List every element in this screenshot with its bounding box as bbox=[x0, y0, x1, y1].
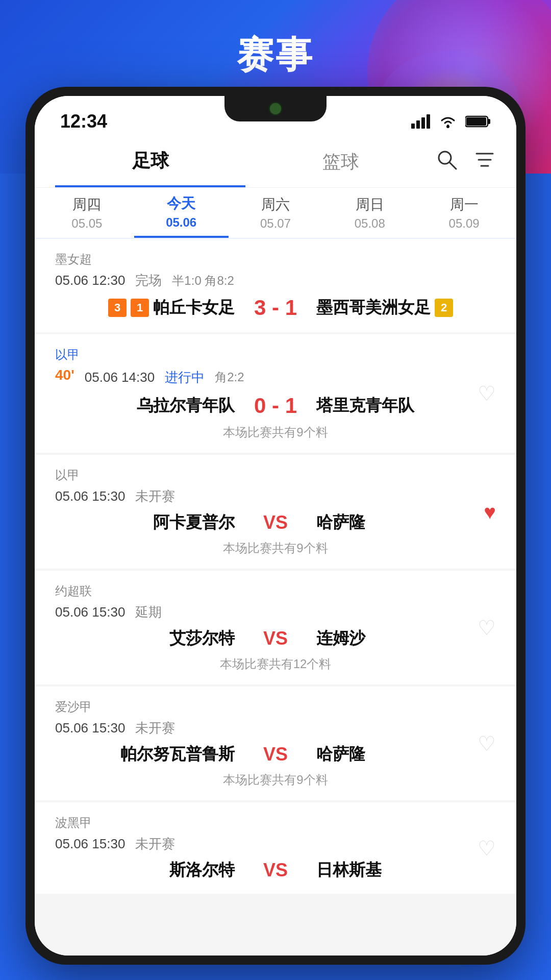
team-away: 哈萨隆 bbox=[316, 743, 496, 766]
team-home: 帕尔努瓦普鲁斯 bbox=[55, 743, 235, 766]
match-league: 以甲 bbox=[55, 467, 496, 483]
team-away: 哈萨隆 bbox=[316, 511, 496, 534]
team-home: 乌拉尔青年队 bbox=[55, 395, 235, 417]
match-teams: 帕尔努瓦普鲁斯 VS 哈萨隆 bbox=[55, 743, 496, 766]
favorite-button[interactable]: ♡ bbox=[478, 732, 496, 755]
day-tab-mon[interactable]: 周一 05.09 bbox=[417, 188, 511, 238]
day-tab-sat[interactable]: 周六 05.07 bbox=[229, 188, 323, 238]
svg-rect-0 bbox=[411, 124, 415, 129]
score-center: VS bbox=[235, 744, 316, 765]
match-card[interactable]: 以甲 05.06 15:30 未开赛 阿卡夏普尔 VS bbox=[35, 455, 516, 569]
match-card[interactable]: 爱沙甲 05.06 15:30 未开赛 帕尔努瓦普鲁斯 VS bbox=[35, 687, 516, 800]
svg-rect-7 bbox=[466, 117, 486, 126]
notch bbox=[224, 96, 327, 121]
match-teams: 艾莎尔特 VS 连姆沙 bbox=[55, 627, 496, 650]
nav-actions bbox=[436, 149, 496, 176]
favorite-button[interactable]: ♡ bbox=[478, 616, 496, 640]
match-teams: 乌拉尔青年队 0 - 1 塔里克青年队 bbox=[55, 394, 496, 418]
nav-tabs: 足球 篮球 bbox=[35, 137, 516, 188]
match-meta: 05.06 15:30 未开赛 bbox=[55, 487, 496, 505]
phone-frame: 12:34 bbox=[26, 87, 525, 965]
match-card[interactable]: 波黑甲 05.06 15:30 未开赛 斯洛尔特 VS bbox=[35, 802, 516, 894]
score-center: VS bbox=[235, 860, 316, 881]
wifi-icon bbox=[439, 114, 457, 129]
page-title: 赛事 bbox=[0, 31, 551, 80]
svg-rect-6 bbox=[488, 119, 490, 124]
filter-icon[interactable] bbox=[473, 149, 496, 176]
battery-icon bbox=[465, 115, 491, 128]
match-list: 墨女超 05.06 12:30 完场 半1:0 角8:2 3 1 帕丘卡女足 bbox=[35, 239, 516, 955]
team-home: 阿卡夏普尔 bbox=[55, 511, 235, 534]
match-info: 本场比赛共有12个料 bbox=[55, 656, 496, 672]
tab-football[interactable]: 足球 bbox=[55, 137, 245, 187]
team-away: 日林斯基 bbox=[316, 859, 496, 881]
match-meta: 05.06 12:30 完场 半1:0 角8:2 bbox=[55, 272, 496, 289]
match-league: 约超联 bbox=[55, 583, 496, 599]
match-league: 墨女超 bbox=[55, 251, 496, 267]
status-time: 12:34 bbox=[60, 111, 107, 132]
team-away: 塔里克青年队 bbox=[316, 395, 496, 417]
search-icon[interactable] bbox=[436, 149, 458, 176]
camera-dot bbox=[270, 103, 281, 114]
favorite-button[interactable]: ♥ bbox=[484, 500, 496, 523]
tab-basketball[interactable]: 篮球 bbox=[245, 137, 436, 187]
home-rank-badge2: 1 bbox=[131, 299, 149, 317]
match-teams: 斯洛尔特 VS 日林斯基 bbox=[55, 859, 496, 881]
svg-rect-1 bbox=[416, 120, 420, 129]
match-info: 本场比赛共有9个料 bbox=[55, 424, 496, 440]
match-card[interactable]: 以甲 40' 05.06 14:30 进行中 角2:2 乌拉尔青年队 0 - 1 bbox=[35, 334, 516, 453]
team-away: 墨西哥美洲女足 2 bbox=[316, 297, 496, 319]
match-card[interactable]: 墨女超 05.06 12:30 完场 半1:0 角8:2 3 1 帕丘卡女足 bbox=[35, 239, 516, 332]
score-center: 0 - 1 bbox=[235, 394, 316, 418]
svg-point-4 bbox=[446, 125, 449, 128]
team-away: 连姆沙 bbox=[316, 627, 496, 650]
score-center: 3 - 1 bbox=[235, 296, 316, 320]
day-tab-sun[interactable]: 周日 05.08 bbox=[322, 188, 417, 238]
match-card[interactable]: 约超联 05.06 15:30 延期 艾莎尔特 VS bbox=[35, 571, 516, 684]
away-rank-badge: 2 bbox=[435, 299, 453, 317]
team-home: 艾莎尔特 bbox=[55, 627, 235, 650]
day-tabs: 周四 05.05 今天 05.06 周六 05.07 周日 05.08 周一 0… bbox=[35, 188, 516, 239]
match-teams: 3 1 帕丘卡女足 3 - 1 墨西哥美洲女足 2 bbox=[55, 296, 496, 320]
day-tab-today[interactable]: 今天 05.06 bbox=[134, 188, 229, 238]
match-meta: 05.06 15:30 延期 bbox=[55, 603, 496, 621]
status-bar: 12:34 bbox=[35, 96, 516, 137]
match-meta: 05.06 15:30 未开赛 bbox=[55, 835, 496, 853]
home-rank-badge: 3 bbox=[108, 299, 127, 317]
match-meta: 40' 05.06 14:30 进行中 角2:2 bbox=[55, 367, 496, 387]
favorite-button[interactable]: ♡ bbox=[478, 382, 496, 405]
svg-rect-3 bbox=[427, 114, 430, 129]
match-league: 爱沙甲 bbox=[55, 699, 496, 715]
team-home: 斯洛尔特 bbox=[55, 859, 235, 881]
favorite-button[interactable]: ♡ bbox=[478, 837, 496, 860]
match-info: 本场比赛共有9个料 bbox=[55, 772, 496, 788]
status-icons bbox=[411, 114, 491, 129]
team-home: 3 1 帕丘卡女足 bbox=[55, 297, 235, 319]
signal-icon bbox=[411, 114, 431, 129]
match-league: 以甲 bbox=[55, 347, 496, 363]
match-teams: 阿卡夏普尔 VS 哈萨隆 bbox=[55, 511, 496, 534]
match-meta: 05.06 15:30 未开赛 bbox=[55, 719, 496, 737]
match-info: 本场比赛共有9个料 bbox=[55, 540, 496, 556]
svg-rect-2 bbox=[421, 117, 425, 129]
svg-line-9 bbox=[449, 162, 456, 169]
score-center: VS bbox=[235, 512, 316, 533]
phone-screen: 12:34 bbox=[35, 96, 516, 955]
match-league: 波黑甲 bbox=[55, 815, 496, 831]
score-center: VS bbox=[235, 628, 316, 649]
day-tab-thu[interactable]: 周四 05.05 bbox=[40, 188, 134, 238]
